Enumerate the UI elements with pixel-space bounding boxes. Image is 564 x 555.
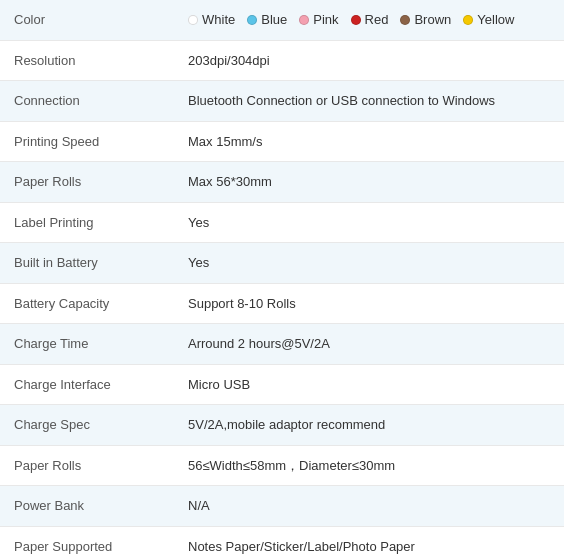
spec-label: Paper Rolls xyxy=(0,445,174,486)
spec-label: Power Bank xyxy=(0,486,174,527)
color-item: Pink xyxy=(299,10,338,30)
spec-value: Notes Paper/Sticker/Label/Photo Paper xyxy=(174,526,564,555)
spec-label: Built in Battery xyxy=(0,243,174,284)
spec-value: Support 8-10 Rolls xyxy=(174,283,564,324)
color-dot xyxy=(188,15,198,25)
table-row: Printing SpeedMax 15mm/s xyxy=(0,121,564,162)
spec-value: N/A xyxy=(174,486,564,527)
color-label: Pink xyxy=(313,10,338,30)
spec-label: Paper Supported xyxy=(0,526,174,555)
color-label: Yellow xyxy=(477,10,514,30)
spec-label: Printing Speed xyxy=(0,121,174,162)
table-row: Power BankN/A xyxy=(0,486,564,527)
table-row: Charge Spec5V/2A,mobile adaptor recommen… xyxy=(0,405,564,446)
spec-value: Yes xyxy=(174,243,564,284)
table-row: Charge TimeArround 2 hours@5V/2A xyxy=(0,324,564,365)
color-dot xyxy=(463,15,473,25)
color-dot xyxy=(351,15,361,25)
spec-label: Charge Interface xyxy=(0,364,174,405)
color-dot xyxy=(400,15,410,25)
spec-value: 5V/2A,mobile adaptor recommend xyxy=(174,405,564,446)
color-label: Blue xyxy=(261,10,287,30)
color-dot xyxy=(247,15,257,25)
spec-label: Charge Time xyxy=(0,324,174,365)
spec-value: Arround 2 hours@5V/2A xyxy=(174,324,564,365)
table-row: Paper Rolls56≤Width≤58mm，Diameter≤30mm xyxy=(0,445,564,486)
table-row: ConnectionBluetooth Connection or USB co… xyxy=(0,81,564,122)
spec-value: 56≤Width≤58mm，Diameter≤30mm xyxy=(174,445,564,486)
table-row: Built in BatteryYes xyxy=(0,243,564,284)
spec-value: 203dpi/304dpi xyxy=(174,40,564,81)
spec-label: Charge Spec xyxy=(0,405,174,446)
table-row: Charge InterfaceMicro USB xyxy=(0,364,564,405)
table-row: Label PrintingYes xyxy=(0,202,564,243)
spec-label: Resolution xyxy=(0,40,174,81)
spec-table: ColorWhiteBluePinkRedBrownYellowResoluti… xyxy=(0,0,564,555)
color-item: Yellow xyxy=(463,10,514,30)
table-row: Battery CapacitySupport 8-10 Rolls xyxy=(0,283,564,324)
spec-value: Yes xyxy=(174,202,564,243)
spec-label: Label Printing xyxy=(0,202,174,243)
color-label: Brown xyxy=(414,10,451,30)
table-row: ColorWhiteBluePinkRedBrownYellow xyxy=(0,0,564,40)
spec-label: Battery Capacity xyxy=(0,283,174,324)
color-options: WhiteBluePinkRedBrownYellow xyxy=(188,10,550,30)
table-row: Paper SupportedNotes Paper/Sticker/Label… xyxy=(0,526,564,555)
table-row: Paper RollsMax 56*30mm xyxy=(0,162,564,203)
spec-value: Micro USB xyxy=(174,364,564,405)
color-item: Brown xyxy=(400,10,451,30)
spec-value: Max 15mm/s xyxy=(174,121,564,162)
spec-value: WhiteBluePinkRedBrownYellow xyxy=(174,0,564,40)
color-label: Red xyxy=(365,10,389,30)
color-label: White xyxy=(202,10,235,30)
color-item: Red xyxy=(351,10,389,30)
spec-value: Max 56*30mm xyxy=(174,162,564,203)
color-item: Blue xyxy=(247,10,287,30)
spec-label: Connection xyxy=(0,81,174,122)
color-dot xyxy=(299,15,309,25)
color-item: White xyxy=(188,10,235,30)
spec-label: Paper Rolls xyxy=(0,162,174,203)
spec-label: Color xyxy=(0,0,174,40)
spec-value: Bluetooth Connection or USB connection t… xyxy=(174,81,564,122)
table-row: Resolution203dpi/304dpi xyxy=(0,40,564,81)
